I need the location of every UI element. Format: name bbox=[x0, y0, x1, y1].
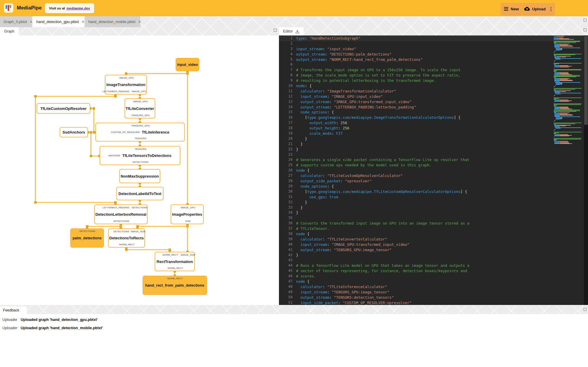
graph-node-DetectionLabelIdToText[interactable]: DetectionLabelIdToText bbox=[116, 187, 164, 200]
graph-node-palm_detections[interactable]: DETECTIONSpalm_detections bbox=[70, 228, 104, 248]
graph-node-TfLiteConverter[interactable]: IMAGE_GPUTfLiteConverterTENSORS_GPU bbox=[125, 98, 155, 118]
code-line[interactable]: 23 bbox=[279, 152, 584, 157]
line-number: 8 bbox=[279, 73, 293, 78]
code-line[interactable]: 12 input_stream: "IMAGE_GPU:input_video" bbox=[279, 94, 584, 99]
code-line[interactable]: 15 node_options: { bbox=[279, 110, 584, 115]
code-line[interactable]: 51 input_side_packet: "CUSTOM_OP_RESOLVE… bbox=[279, 300, 584, 305]
tab-feedback[interactable]: Feedback bbox=[0, 306, 27, 314]
code-line[interactable]: 44# Runs a TensorFlow Lite model on GPU … bbox=[279, 263, 584, 268]
graph-node-TfLiteCustomOpResolver[interactable]: TfLiteCustomOpResolver bbox=[37, 103, 90, 114]
node-label: RectTransformation bbox=[157, 259, 193, 264]
code-line[interactable]: 27 calculator: "TfLiteCustomOpResolverCa… bbox=[279, 173, 584, 178]
code-line[interactable]: 42} bbox=[279, 253, 584, 258]
code-line[interactable]: 34} bbox=[279, 210, 584, 215]
code-line[interactable]: 4output_stream: "DETECTIONS:palm_detecti… bbox=[279, 52, 584, 57]
graph-node-RectTransformation[interactable]: NORM_RECTIMAGE_SIZERectTransformationNOR… bbox=[155, 252, 195, 271]
code-line[interactable]: 17 output_width: 256 bbox=[279, 120, 584, 126]
code-line[interactable]: 40 input_stream: "IMAGE_GPU:transformed_… bbox=[279, 242, 584, 247]
code-line[interactable]: 18 output_height: 256 bbox=[279, 126, 584, 131]
line-number: 31 bbox=[279, 194, 293, 200]
code-line[interactable]: 9# resulting in potential letterboxing i… bbox=[279, 78, 584, 83]
code-line[interactable]: 14 output_stream: "LETTERBOX_PADDING:let… bbox=[279, 105, 584, 110]
code-line[interactable]: 29 node_options: { bbox=[279, 184, 584, 189]
tab-editor[interactable]: Editor bbox=[279, 27, 304, 35]
code-line[interactable]: 1type: "HandDetectionSubgraph" bbox=[279, 36, 584, 41]
file-tab[interactable]: hand_detection_gpu.pbtxt✕ bbox=[33, 16, 84, 27]
line-number: 40 bbox=[279, 242, 293, 247]
editor-panel-expand-icon[interactable] bbox=[584, 28, 587, 31]
graph-node-NonMaxSuppression[interactable]: NonMaxSuppression bbox=[119, 169, 160, 183]
code-line[interactable]: 50 output_stream: "TENSORS:detection_ten… bbox=[279, 295, 584, 300]
app-title: MediaPipe bbox=[17, 5, 42, 11]
code-line[interactable]: 20 } bbox=[279, 136, 584, 142]
download-icon[interactable] bbox=[295, 29, 300, 34]
code-line[interactable]: 45# vector of tensors representing, for … bbox=[279, 268, 584, 274]
code-line[interactable]: 3input_stream: "input_video" bbox=[279, 46, 584, 52]
code-line[interactable]: 48 calculator: "TfLiteInferenceCalculato… bbox=[279, 284, 584, 290]
tab-close-icon[interactable]: ✕ bbox=[30, 20, 32, 24]
code-line[interactable]: 26node { bbox=[279, 168, 584, 173]
graph-node-input_video[interactable]: input_video bbox=[176, 58, 199, 71]
tab-graph[interactable]: Graph bbox=[0, 27, 19, 35]
tabs-row-expand-icon[interactable] bbox=[584, 19, 587, 22]
code-line[interactable]: 32 } bbox=[279, 200, 584, 205]
editor-scrollbar-thumb[interactable] bbox=[584, 36, 588, 125]
code-line[interactable]: 47node { bbox=[279, 279, 584, 284]
code-line[interactable]: 2 bbox=[279, 41, 584, 46]
code-line[interactable]: 49 input_stream: "TENSORS_GPU:image_tens… bbox=[279, 290, 584, 295]
kebab-menu-icon[interactable]: ⋮ bbox=[548, 6, 553, 12]
code-area[interactable]: 1type: "HandDetectionSubgraph"23input_st… bbox=[279, 36, 584, 305]
graph-panel-expand-icon[interactable] bbox=[274, 29, 277, 32]
graph-node-DetectionsToRects[interactable]: DETECTIONSIMAGE_SIZEDetectionsToRectsNOR… bbox=[108, 228, 145, 248]
node-label: hand_rect_from_palm_detections bbox=[145, 283, 204, 288]
port-label: IMAGE_GPU bbox=[181, 206, 195, 209]
line-number: 39 bbox=[279, 237, 293, 242]
code-line[interactable]: 43 bbox=[279, 258, 584, 263]
graph-node-TfLiteTensorsToDetections[interactable]: TENSORSANCHORSTfLiteTensorsToDetectionsD… bbox=[99, 146, 180, 165]
tab-close-icon[interactable]: ✕ bbox=[81, 20, 84, 24]
code-line[interactable]: 21 } bbox=[279, 142, 584, 147]
file-tab-bar: Graph_0.pbtxt✕hand_detection_gpu.pbtxt✕h… bbox=[0, 16, 588, 27]
code-line[interactable]: 6 bbox=[279, 62, 584, 67]
file-tab[interactable]: hand_detection_mobile.pbtxt✕ bbox=[85, 16, 140, 27]
graph-node-SsdAnchors[interactable]: SsdAnchors bbox=[60, 127, 88, 137]
new-button[interactable]: New bbox=[501, 3, 522, 15]
code-line[interactable]: 39 calculator: "TfLiteConverterCalculato… bbox=[279, 237, 584, 242]
code-line[interactable]: 7# Transforms the input image on GPU to … bbox=[279, 67, 584, 73]
editor-minimap[interactable] bbox=[554, 36, 582, 144]
line-number: 28 bbox=[279, 178, 293, 184]
line-number: 45 bbox=[279, 268, 293, 274]
tab-close-icon[interactable]: ✕ bbox=[138, 20, 141, 24]
code-line[interactable]: 22} bbox=[279, 147, 584, 152]
code-line[interactable]: 46# scores. bbox=[279, 274, 584, 279]
graph-node-ImageTransformation[interactable]: IMAGE_GPUImageTransformationLETTERBOX_PA… bbox=[105, 75, 147, 95]
graph-node-DetectionLetterboxRemoval[interactable]: LETTERBOX_PADDINGDETECTIONSDetectionLett… bbox=[94, 204, 148, 224]
file-tab[interactable]: Graph_0.pbtxt✕ bbox=[0, 16, 32, 27]
mediapipe-logo-icon bbox=[4, 3, 13, 13]
code-line[interactable]: 8# image, the scale_mode option is set t… bbox=[279, 73, 584, 78]
code-line[interactable]: 16 [type.googleapis.com/mediapipe.ImageT… bbox=[279, 115, 584, 120]
upload-button[interactable]: Upload ⋮ bbox=[523, 3, 555, 15]
code-line[interactable]: 10node: { bbox=[279, 83, 584, 89]
code-line[interactable]: 36# Converts the transformed input image… bbox=[279, 221, 584, 226]
graph-node-ImageProperties[interactable]: IMAGE_GPUImagePropertiesSIZE bbox=[171, 204, 204, 224]
code-line[interactable]: 13 output_stream: "IMAGE_GPU:transformed… bbox=[279, 99, 584, 105]
code-line[interactable]: 37# TfLiteTensor. bbox=[279, 226, 584, 231]
graph-canvas[interactable]: input_videoIMAGE_GPUImageTransformationL… bbox=[0, 35, 279, 305]
code-line[interactable]: 35 bbox=[279, 215, 584, 221]
port-label: TENSORS_GPU bbox=[131, 114, 150, 117]
code-line[interactable]: 31 use_gpu: true bbox=[279, 194, 584, 200]
mediapipe-dev-link[interactable]: mediapipe.dev bbox=[66, 7, 90, 10]
code-line[interactable]: 33 } bbox=[279, 205, 584, 210]
code-line[interactable]: 41 output_stream: "TENSORS_GPU:image_ten… bbox=[279, 247, 584, 253]
code-line[interactable]: 5output_stream: "NORM_RECT:hand_rect_fro… bbox=[279, 57, 584, 62]
code-line[interactable]: 11 calculator: "ImageTransformationCalcu… bbox=[279, 89, 584, 94]
code-line[interactable]: 24# Generates a single side packet conta… bbox=[279, 157, 584, 163]
code-line[interactable]: 25# supports custom ops needed by the mo… bbox=[279, 163, 584, 168]
code-line[interactable]: 28 output_side_packet: "opresolver" bbox=[279, 178, 584, 184]
graph-node-hand_rect_from_palm_detections[interactable]: NORM_RECThand_rect_from_palm_detections bbox=[143, 276, 207, 295]
graph-node-TfLiteInference[interactable]: TENSORS_GPUCUSTOM_OP_RESOLVERTfLiteInfer… bbox=[95, 123, 185, 142]
code-line[interactable]: 30 [type.googleapis.com/mediapipe.TfLite… bbox=[279, 189, 584, 194]
code-line[interactable]: 38node { bbox=[279, 231, 584, 237]
code-line[interactable]: 19 scale_mode: FIT bbox=[279, 131, 584, 136]
